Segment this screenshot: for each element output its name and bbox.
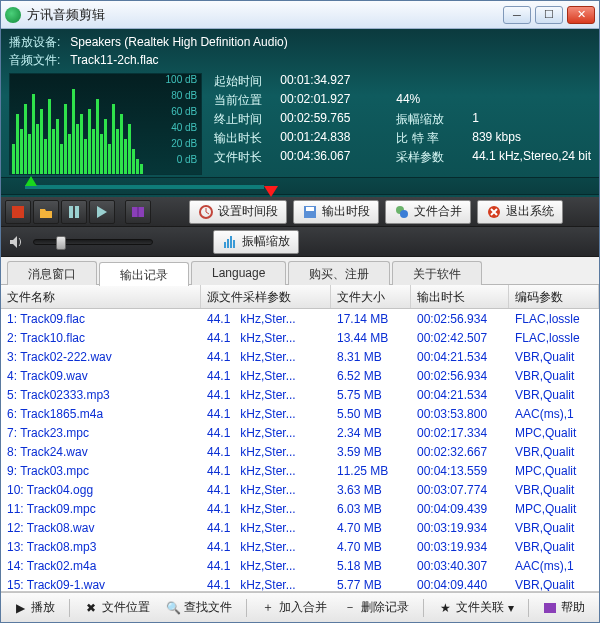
tab-about[interactable]: 关于软件 (392, 261, 482, 285)
table-row[interactable]: 6: Track1865.m4a44.1kHz,Ster...5.50 MB00… (1, 404, 599, 423)
svg-rect-17 (80, 114, 83, 174)
play-record-button[interactable]: ▶播放 (7, 597, 61, 618)
sample-value: 44.1 kHz,Stereo,24 bit (472, 149, 591, 166)
close-button[interactable]: ✕ (567, 6, 595, 24)
tab-purchase[interactable]: 购买、注册 (288, 261, 390, 285)
play-device-value: Speakers (Realtek High Definition Audio) (70, 35, 287, 49)
open-button[interactable] (33, 200, 59, 224)
bitrate-value: 839 kbps (472, 130, 591, 147)
col-encoding[interactable]: 编码参数 (509, 285, 599, 308)
svg-rect-23 (104, 119, 107, 174)
table-row[interactable]: 10: Track04.ogg44.1kHz,Ster...3.63 MB00:… (1, 480, 599, 499)
volume-slider[interactable] (33, 239, 153, 245)
waveform-icon (10, 74, 170, 174)
sample-label: 采样参数 (396, 149, 466, 166)
main-toolbar: 设置时间段 输出时段 文件合并 退出系统 (1, 197, 599, 227)
table-row[interactable]: 11: Track09.mpc44.1kHz,Ster...6.03 MB00:… (1, 499, 599, 518)
file-merge-button[interactable]: 文件合并 (385, 200, 471, 224)
start-marker-icon[interactable] (25, 176, 37, 186)
set-timespan-button[interactable]: 设置时间段 (189, 200, 287, 224)
svg-rect-6 (36, 124, 39, 174)
file-len-value: 00:04:36.067 (280, 149, 390, 166)
volume-icon[interactable] (5, 231, 27, 253)
svg-rect-22 (100, 134, 103, 174)
table-row[interactable]: 3: Track02-222.wav44.1kHz,Ster...8.31 MB… (1, 347, 599, 366)
svg-rect-10 (52, 129, 55, 174)
slider-thumb[interactable] (56, 236, 66, 250)
table-row[interactable]: 9: Track03.mpc44.1kHz,Ster...11.25 MB00:… (1, 461, 599, 480)
tab-output-log[interactable]: 输出记录 (99, 262, 189, 286)
col-filesize[interactable]: 文件大小 (331, 285, 411, 308)
start-time-value: 00:01:34.927 (280, 73, 390, 90)
svg-rect-32 (140, 164, 143, 174)
svg-rect-29 (128, 124, 131, 174)
svg-rect-1 (16, 114, 19, 174)
book-icon (543, 601, 557, 615)
delete-record-button[interactable]: －删除记录 (337, 597, 415, 618)
add-merge-button[interactable]: ＋加入合并 (255, 597, 333, 618)
col-source-params[interactable]: 源文件采样参数 (201, 285, 331, 308)
exit-button[interactable]: 退出系统 (477, 200, 563, 224)
amp-scale-button[interactable]: 振幅缩放 (213, 230, 299, 254)
play-button[interactable] (89, 200, 115, 224)
file-assoc-button[interactable]: ★文件关联▾ (432, 597, 520, 618)
audio-file-label: 音频文件: (9, 52, 60, 69)
table-row[interactable]: 15: Track09-1.wav44.1kHz,Ster...5.77 MB0… (1, 575, 599, 591)
col-duration[interactable]: 输出时长 (411, 285, 509, 308)
find-file-button[interactable]: 🔍查找文件 (160, 597, 238, 618)
help-button[interactable]: 帮助 (537, 597, 591, 618)
end-marker-icon[interactable] (264, 186, 278, 197)
table-row[interactable]: 4: Track09.wav44.1kHz,Ster...6.52 MB00:0… (1, 366, 599, 385)
start-time-label: 起始时间 (214, 73, 274, 90)
svg-rect-15 (72, 89, 75, 174)
svg-rect-42 (224, 242, 226, 248)
file-len-label: 文件时长 (214, 149, 274, 166)
bottom-toolbar: ▶播放 ✖文件位置 🔍查找文件 ＋加入合并 －删除记录 ★文件关联▾ 帮助 (1, 592, 599, 622)
maximize-button[interactable]: ☐ (535, 6, 563, 24)
table-row[interactable]: 13: Track08.mp344.1kHz,Ster...4.70 MB00:… (1, 537, 599, 556)
svg-rect-35 (75, 206, 79, 218)
table-row[interactable]: 5: Track02333.mp344.1kHz,Ster...5.75 MB0… (1, 385, 599, 404)
svg-rect-14 (68, 134, 71, 174)
file-location-button[interactable]: ✖文件位置 (78, 597, 156, 618)
table-header: 文件名称 源文件采样参数 文件大小 输出时长 编码参数 (1, 285, 599, 309)
svg-rect-4 (28, 134, 31, 174)
svg-rect-16 (76, 124, 79, 174)
table-row[interactable]: 12: Track08.wav44.1kHz,Ster...4.70 MB00:… (1, 518, 599, 537)
table-row[interactable]: 2: Track10.flac44.1kHz,Ster...13.44 MB00… (1, 328, 599, 347)
table-row[interactable]: 1: Track09.flac44.1kHz,Ster...17.14 MB00… (1, 309, 599, 328)
minimize-button[interactable]: ─ (503, 6, 531, 24)
svg-rect-7 (40, 109, 43, 174)
svg-rect-27 (120, 114, 123, 174)
bitrate-label: 比 特 率 (396, 130, 466, 147)
plus-icon: ＋ (261, 601, 275, 615)
amp-scale-label: 振幅缩放 (396, 111, 466, 128)
audio-file-value: Track11-2ch.flac (70, 53, 158, 67)
table-row[interactable]: 8: Track24.wav44.1kHz,Ster...3.59 MB00:0… (1, 442, 599, 461)
timeline[interactable] (1, 177, 599, 195)
svg-rect-21 (96, 99, 99, 174)
output-segment-button[interactable]: 输出时段 (293, 200, 379, 224)
output-table[interactable]: 1: Track09.flac44.1kHz,Ster...17.14 MB00… (1, 309, 599, 591)
star-icon: ★ (438, 601, 452, 615)
svg-rect-2 (20, 129, 23, 174)
app-icon (5, 7, 21, 23)
tab-messages[interactable]: 消息窗口 (7, 261, 97, 285)
tab-language[interactable]: Language (191, 261, 286, 285)
current-pos-value: 00:02:01.927 (280, 92, 390, 109)
play-icon: ▶ (13, 601, 27, 615)
stop-button[interactable] (5, 200, 31, 224)
info-panel: 播放设备: Speakers (Realtek High Definition … (1, 29, 599, 197)
pause-button[interactable] (61, 200, 87, 224)
out-dur-value: 00:01:24.838 (280, 130, 390, 147)
svg-rect-18 (84, 139, 87, 174)
amp-scale-value: 1 (472, 111, 591, 128)
table-row[interactable]: 14: Track02.m4a44.1kHz,Ster...5.18 MB00:… (1, 556, 599, 575)
col-filename[interactable]: 文件名称 (1, 285, 201, 308)
book-button[interactable] (125, 200, 151, 224)
svg-rect-43 (227, 239, 229, 248)
table-row[interactable]: 7: Track23.mpc44.1kHz,Ster...2.34 MB00:0… (1, 423, 599, 442)
play-device-label: 播放设备: (9, 34, 60, 51)
waveform-meter: 100 dB 80 dB 60 dB 40 dB 20 dB 0 dB (9, 73, 202, 175)
svg-rect-34 (69, 206, 73, 218)
